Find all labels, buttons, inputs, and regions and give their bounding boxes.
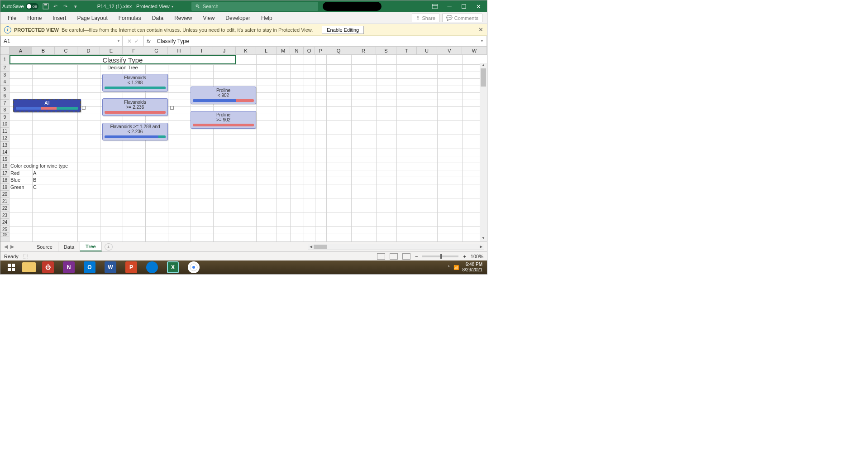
row-header[interactable]: 23 [0, 212, 9, 219]
cell-b18[interactable]: C [32, 184, 37, 191]
row-header[interactable]: 7 [0, 100, 9, 107]
cell-a2[interactable]: Decision Tree [10, 64, 236, 72]
row-header[interactable]: 21 [0, 198, 9, 205]
scroll-thumb[interactable] [481, 68, 486, 87]
row-header[interactable]: 1 [0, 55, 9, 64]
scroll-right-icon[interactable]: ▶ [478, 245, 484, 249]
formula-input[interactable]: Classify Type ▼ [153, 36, 487, 46]
row-header[interactable]: 18 [0, 177, 9, 184]
taskbar-app[interactable]: ⏻ [42, 261, 54, 273]
tab-file[interactable]: File [2, 12, 22, 24]
row-header[interactable]: 9 [0, 114, 9, 121]
col-header[interactable]: N [290, 47, 304, 54]
zoom-slider[interactable] [422, 256, 458, 257]
col-header[interactable]: R [351, 47, 376, 54]
col-header[interactable]: K [236, 47, 256, 54]
sheet-tab-data[interactable]: Data [58, 242, 80, 251]
row-header[interactable]: 17 [0, 170, 9, 177]
title-dropdown-icon[interactable]: ▾ [172, 5, 173, 9]
row-header[interactable]: 12 [0, 135, 9, 142]
normal-view-icon[interactable] [377, 253, 385, 260]
row-header[interactable]: 10 [0, 121, 9, 128]
col-header[interactable]: H [168, 47, 191, 54]
tab-help[interactable]: Help [256, 12, 278, 24]
tab-developer[interactable]: Developer [220, 12, 256, 24]
scroll-thumb[interactable] [314, 245, 327, 249]
excel-icon[interactable]: X [167, 261, 179, 273]
share-button[interactable]: ⇪Share [412, 14, 439, 22]
cancel-fx-icon[interactable]: ✕ [127, 38, 132, 44]
row-header[interactable]: 8 [0, 106, 9, 114]
save-icon[interactable] [42, 3, 49, 10]
col-header[interactable]: D [77, 47, 100, 54]
word-icon[interactable]: W [105, 261, 116, 273]
enable-editing-button[interactable]: Enable Editing [322, 26, 364, 34]
col-header[interactable]: M [277, 47, 290, 54]
col-header[interactable]: F [123, 47, 145, 54]
page-layout-view-icon[interactable] [390, 253, 398, 260]
col-header[interactable]: W [462, 47, 487, 54]
row-header[interactable]: 19 [0, 184, 9, 191]
row-header[interactable]: 3 [0, 72, 9, 79]
comments-button[interactable]: 💬Comments [442, 14, 482, 22]
col-header[interactable]: E [100, 47, 123, 54]
cell-a16[interactable]: Red [10, 170, 19, 177]
minimize-icon[interactable]: ─ [446, 3, 453, 10]
tab-formulas[interactable]: Formulas [113, 12, 147, 24]
sheet-tab-source[interactable]: Source [31, 242, 58, 251]
redo-icon[interactable]: ↷ [62, 3, 69, 10]
tree-node[interactable]: Flavanoids >= 2.236 [102, 98, 168, 116]
outlook-icon[interactable]: O [84, 261, 95, 273]
cell-b16[interactable]: A [32, 170, 36, 177]
row-header[interactable]: 14 [0, 149, 9, 156]
col-header[interactable]: U [417, 47, 437, 54]
col-header[interactable]: P [315, 47, 326, 54]
cell-a15[interactable]: Color coding for wine type [10, 163, 68, 169]
row-header[interactable]: 5 [0, 86, 9, 93]
row-header[interactable]: 11 [0, 128, 9, 135]
scroll-left-icon[interactable]: ◀ [308, 245, 314, 249]
tree-node-root[interactable]: All [13, 99, 81, 112]
tab-page-layout[interactable]: Page Layout [72, 12, 113, 24]
col-header[interactable]: O [304, 47, 315, 54]
close-icon[interactable]: ✕ [475, 3, 482, 10]
qat-dropdown-icon[interactable]: ▾ [72, 3, 79, 10]
search-box[interactable]: 🔍︎ Search [191, 2, 318, 11]
tree-node[interactable]: Proline < 902 [191, 87, 256, 104]
row-header[interactable]: 13 [0, 142, 9, 149]
col-header[interactable]: I [191, 47, 213, 54]
tree-node[interactable]: Proline >= 902 [191, 111, 256, 129]
cell-b17[interactable]: B [32, 177, 36, 183]
col-header[interactable]: A [10, 47, 32, 54]
sheet-prev-icon[interactable]: ◀ [4, 244, 8, 250]
tab-insert[interactable]: Insert [47, 12, 72, 24]
onenote-icon[interactable]: N [63, 261, 75, 273]
row-header[interactable]: 26 [0, 233, 9, 236]
undo-icon[interactable]: ↶ [52, 3, 59, 10]
chevron-down-icon[interactable]: ▼ [480, 39, 484, 43]
col-header[interactable]: Q [326, 47, 351, 54]
col-header[interactable]: V [437, 47, 462, 54]
tree-connector[interactable] [82, 106, 86, 110]
macro-record-icon[interactable]: ⬚ [23, 253, 28, 259]
zoom-out-icon[interactable]: − [415, 254, 418, 259]
fx-icon[interactable]: fx [144, 36, 153, 46]
powerpoint-icon[interactable]: P [125, 261, 137, 273]
chevron-down-icon[interactable]: ▼ [117, 39, 120, 43]
col-header[interactable]: G [145, 47, 168, 54]
tree-node[interactable]: Flavanoids >= 1.288 and < 2.236 [102, 123, 168, 140]
row-header[interactable]: 20 [0, 191, 9, 198]
account-area[interactable] [323, 2, 382, 11]
cell-a18[interactable]: Green [10, 184, 24, 191]
col-header[interactable]: S [376, 47, 396, 54]
col-header[interactable]: C [55, 47, 77, 54]
maximize-icon[interactable]: ☐ [461, 3, 467, 10]
row-header[interactable]: 16 [0, 163, 9, 170]
col-header[interactable]: J [213, 47, 236, 54]
file-explorer-icon[interactable] [22, 262, 36, 272]
network-icon[interactable]: 📶 [453, 265, 459, 270]
cell-a17[interactable]: Blue [10, 177, 20, 183]
row-header[interactable]: 24 [0, 219, 9, 226]
row-header[interactable]: 4 [0, 78, 9, 86]
col-header[interactable]: B [32, 47, 55, 54]
